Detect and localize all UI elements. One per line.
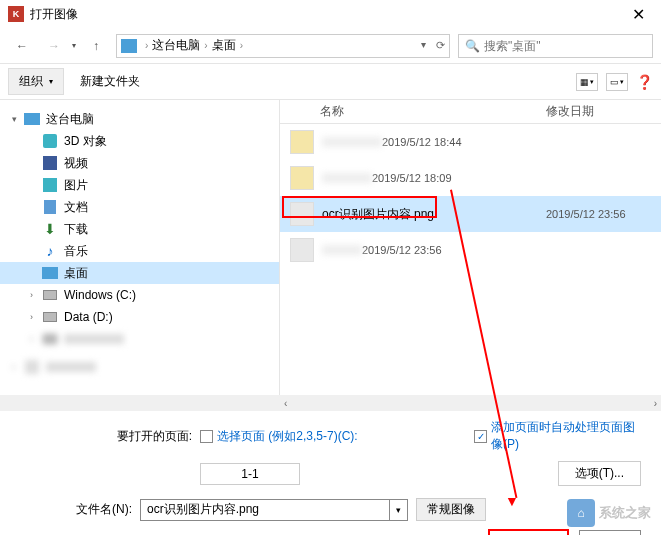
filename-label: 文件名(N): [20,501,140,518]
sidebar-item-3d[interactable]: 3D 对象 [0,130,279,152]
window-title: 打开图像 [30,6,624,23]
open-button[interactable]: 打开(O) [488,529,569,535]
video-icon [43,156,57,170]
filetype-button[interactable]: 常规图像 [416,498,486,521]
sidebar-item-pictures[interactable]: 图片 [0,174,279,196]
chevron-down-icon: ▾ [49,77,53,86]
sidebar-item-blurred[interactable]: › [0,328,279,350]
view-mode-button[interactable]: ▦ ▾ [576,73,598,91]
caret-right-icon[interactable]: › [30,290,42,300]
pc-icon [24,113,40,125]
folder-icon [290,166,314,190]
file-row[interactable]: 2019/5/12 18:09 [280,160,661,196]
nav-history-dropdown[interactable]: ▾ [72,41,76,50]
scroll-left-icon[interactable]: ‹ [284,398,287,409]
file-row[interactable]: 2019/5/12 23:56 [280,232,661,268]
select-pages-link[interactable]: 选择页面 (例如2,3,5-7)(C): [217,428,358,445]
breadcrumb[interactable]: › 这台电脑 › 桌面 › ▾ ⟳ [116,34,450,58]
nav-back[interactable]: ← [8,32,36,60]
sidebar-item-videos[interactable]: 视频 [0,152,279,174]
options-button[interactable]: 选项(T)... [558,461,641,486]
sidebar-item-drive-c[interactable]: › Windows (C:) [0,284,279,306]
music-icon: ♪ [42,243,58,259]
file-row[interactable]: ocr识别图片内容.png 2019/5/12 23:56 [280,196,661,232]
picture-icon [43,178,57,192]
caret-down-icon[interactable]: ▾ [12,114,24,124]
watermark: ⌂ 系统之家 [567,499,651,527]
document-icon [44,200,56,214]
desktop-icon [42,267,58,279]
column-header-name[interactable]: 名称 [280,103,546,120]
caret-right-icon[interactable]: › [30,312,42,322]
chevron-down-icon[interactable]: ▾ [421,39,426,52]
file-row[interactable]: 2019/5/12 18:44 [280,124,661,160]
auto-process-label[interactable]: 添加页面时自动处理页面图像(P) [491,419,641,453]
organize-button[interactable]: 组织 ▾ [8,68,64,95]
chevron-right-icon: › [145,40,148,51]
nav-up[interactable]: ↑ [84,34,108,58]
select-pages-checkbox[interactable] [200,430,213,443]
image-icon [290,202,314,226]
filename-dropdown-icon[interactable]: ▾ [390,499,408,521]
search-icon: 🔍 [465,39,480,53]
pages-label: 要打开的页面: [20,428,200,445]
download-icon: ⬇ [42,221,58,237]
refresh-icon[interactable]: ⟳ [436,39,445,52]
new-folder-button[interactable]: 新建文件夹 [70,69,150,94]
breadcrumb-segment[interactable]: 桌面 [212,37,236,54]
sidebar-item-this-pc[interactable]: ▾ 这台电脑 [0,108,279,130]
sidebar: ▾ 这台电脑 3D 对象 视频 图片 文档 ⬇ 下载 [0,100,280,395]
preview-pane-button[interactable]: ▭ ▾ [606,73,628,91]
app-icon: K [8,6,24,22]
sidebar-item-music[interactable]: ♪ 音乐 [0,240,279,262]
breadcrumb-segment[interactable]: 这台电脑 [152,37,200,54]
sidebar-item-documents[interactable]: 文档 [0,196,279,218]
drive-icon [43,290,57,300]
search-box[interactable]: 🔍 [458,34,653,58]
sidebar-item-drive-d[interactable]: › Data (D:) [0,306,279,328]
cancel-button[interactable]: 取消 [579,530,641,535]
drive-icon [43,312,57,322]
chevron-right-icon: › [204,40,207,51]
annotation-arrowhead: ▼ [505,493,519,509]
auto-process-checkbox[interactable] [474,430,487,443]
watermark-icon: ⌂ [567,499,595,527]
column-header-date[interactable]: 修改日期 [546,103,661,120]
page-range-input[interactable] [200,463,300,485]
close-button[interactable]: ✕ [624,5,653,24]
sidebar-item-blurred[interactable]: › [0,356,279,378]
nav-forward[interactable]: → [40,32,68,60]
help-icon[interactable]: ❓ [636,74,653,90]
chevron-right-icon: › [240,40,243,51]
folder-icon [290,130,314,154]
image-icon [290,238,314,262]
search-input[interactable] [484,39,646,53]
3d-icon [43,134,57,148]
sidebar-item-downloads[interactable]: ⬇ 下载 [0,218,279,240]
filename-input[interactable] [140,499,390,521]
sidebar-item-desktop[interactable]: 桌面 [0,262,279,284]
file-list: 名称 修改日期 2019/5/12 18:44 2019/5/12 18:09 … [280,100,661,395]
pc-icon [121,39,137,53]
scroll-right-icon[interactable]: › [654,398,657,409]
